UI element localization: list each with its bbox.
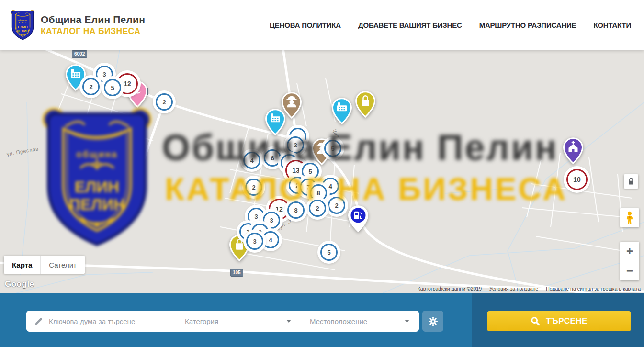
nav-contacts[interactable]: КОНТАКТИ [593,21,631,29]
keyword-segment [26,311,176,332]
map-type-map-button[interactable]: Карта [4,256,40,274]
site-title: Община Елин Пелин [41,14,145,25]
search-section: Категория Местоположение ТЪРСЕНЕ [0,293,644,347]
search-icon [531,316,540,326]
advanced-search-button[interactable] [422,311,443,332]
cluster-marker[interactable]: 2 [156,93,173,111]
google-logo[interactable]: Google [5,280,34,289]
church-pin[interactable] [562,137,584,167]
street-view-pegman-button[interactable] [620,208,639,227]
lock-button[interactable] [624,174,638,189]
site-logo[interactable]: община ЕЛИН ПЕЛИН Община Елин Пелин КАТА… [11,9,145,41]
search-submit-button[interactable]: ТЪРСЕНЕ [487,311,631,331]
category-select-value: Категория [185,317,218,325]
zoom-out-button[interactable]: − [620,261,639,280]
search-input-group: Категория Местоположение [26,311,419,332]
cluster-marker[interactable]: 3 [248,208,265,225]
nav-add-business[interactable]: ДОБАВЕТЕ ВАШИЯТ БИЗНЕС [358,21,462,29]
header: община ЕЛИН ПЕЛИН Община Елин Пелин КАТА… [0,0,644,50]
map-type-control: Карта Сателит [4,256,85,274]
cluster-marker[interactable]: 2 [82,78,100,95]
category-select[interactable]: Категория [176,311,301,332]
main-nav: ЦЕНОВА ПОЛИТИКА ДОБАВЕТЕ ВАШИЯТ БИЗНЕС М… [270,0,631,50]
church-icon [562,137,584,165]
svg-text:ЕЛИН: ЕЛИН [75,178,119,196]
attribution-terms-link[interactable]: Условия за ползване [489,286,538,291]
cluster-marker[interactable]: 5 [104,79,121,96]
attribution-copyright: Картографски данни ©2019 [418,286,482,291]
fuel-icon [347,205,369,233]
factory-pin[interactable] [331,97,353,127]
chevron-down-icon [286,320,291,323]
chevron-down-icon [405,320,409,323]
svg-text:ПЕЛИН: ПЕЛИН [17,29,29,33]
watermark-title: Община Елин Пелин [162,126,558,168]
watermark-subtitle: КАТАЛОГ НА БИЗНЕСА [165,170,567,207]
map-type-satellite-button[interactable]: Сателит [40,256,85,274]
zoom-control: + − [620,242,639,280]
svg-text:община: община [18,19,27,21]
nav-route-schedule[interactable]: МАРШРУТНО РАЗПИСАНИЕ [479,21,576,29]
shopping-bag-pin[interactable] [354,90,376,120]
lock-icon [626,177,636,186]
nav-pricing-policy[interactable]: ЦЕНОВА ПОЛИТИКА [270,21,341,29]
attribution-report-link[interactable]: Подаване на сигнал за грешка в картата [546,286,641,291]
cluster-marker[interactable]: 4 [262,231,279,248]
municipality-shield-logo: община ЕЛИН ПЕЛИН [11,9,35,41]
search-button-label: ТЪРСЕНЕ [546,316,588,326]
zoom-in-button[interactable]: + [620,242,639,261]
cluster-marker[interactable]: 5 [320,244,338,261]
svg-text:ЕЛИН: ЕЛИН [18,25,27,29]
pencil-icon [34,317,43,326]
svg-text:община: община [76,149,118,159]
google-map[interactable]: 6002105ул. Преславци"бул. „Новосел325122… [0,50,644,293]
watermark-shield: община ЕЛИН ПЕЛИН [41,104,153,249]
factory-icon [331,97,353,125]
cluster-marker[interactable]: 3 [246,233,263,250]
gear-icon [428,316,439,327]
fuel-pin[interactable] [347,205,369,235]
svg-text:ПЕЛИН: ПЕЛИН [69,196,125,213]
site-subtitle: КАТАЛОГ НА БИЗНЕСА [41,26,145,36]
pegman-icon [624,211,635,225]
cluster-marker[interactable]: 10 [566,169,588,190]
location-select-value: Местоположение [310,317,367,325]
shopping-bag-icon [354,90,376,118]
location-select[interactable]: Местоположение [301,311,419,332]
map-attribution: Картографски данни ©2019 Условия за полз… [418,286,641,291]
keyword-search-input[interactable] [49,317,169,325]
